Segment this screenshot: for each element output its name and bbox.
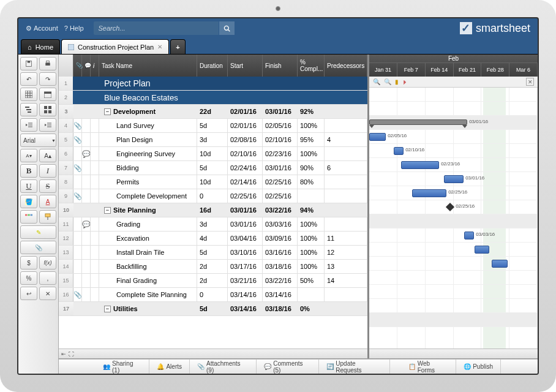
dur-cell[interactable]: 0 <box>197 288 228 301</box>
pred-cell[interactable] <box>325 147 367 160</box>
finish-cell[interactable]: 03/03/16 <box>263 217 298 231</box>
comments-button[interactable]: 💬Comments (5) <box>257 360 319 374</box>
row-number[interactable]: 7 <box>59 161 73 175</box>
row-info-cell[interactable] <box>91 175 99 189</box>
comp-cell[interactable]: 92% <box>298 105 325 118</box>
row-attachment-cell[interactable] <box>73 232 82 245</box>
row-info-cell[interactable] <box>91 119 99 132</box>
currency-button[interactable]: $ <box>20 256 37 270</box>
gantt-row[interactable] <box>369 243 538 257</box>
task-name-cell[interactable]: −Utilities <box>99 302 197 315</box>
pred-cell[interactable] <box>325 302 367 315</box>
table-row[interactable]: 9📎Complete Development002/25/1602/25/16 <box>59 189 367 203</box>
row-number[interactable]: 11 <box>59 217 73 231</box>
gantt-body[interactable]: 03/01/1602/05/1602/10/1602/23/1603/01/16… <box>369 88 538 349</box>
task-name-cell[interactable]: Permits <box>99 175 197 189</box>
row-attachment-cell[interactable] <box>73 175 82 189</box>
italic-button[interactable]: I <box>39 164 56 178</box>
dur-cell[interactable]: 5d <box>197 246 228 259</box>
col-task-name[interactable]: Task Name <box>99 55 197 77</box>
thousands-button[interactable]: , <box>39 271 56 285</box>
dur-cell[interactable] <box>197 77 228 90</box>
comp-cell[interactable]: 50% <box>298 274 325 287</box>
goto-today-icon[interactable]: ⏵ <box>402 78 408 85</box>
start-cell[interactable] <box>228 91 263 104</box>
start-cell[interactable]: 02/10/16 <box>228 147 263 160</box>
dur-cell[interactable]: 16d <box>197 203 228 217</box>
row-info-cell[interactable] <box>91 302 99 315</box>
row-info-cell[interactable] <box>91 203 99 217</box>
row-discussion-cell[interactable] <box>82 161 91 175</box>
row-number[interactable]: 10 <box>59 203 73 217</box>
gantt-row[interactable]: 03/03/16 <box>369 228 538 243</box>
row-info-cell[interactable] <box>91 105 99 118</box>
flag-icon[interactable]: ▮ <box>395 78 399 85</box>
gantt-bar[interactable] <box>369 133 386 141</box>
row-number[interactable]: 2 <box>59 91 73 104</box>
row-discussion-cell[interactable] <box>82 77 91 90</box>
row-number[interactable]: 6 <box>59 147 73 160</box>
dur-cell[interactable]: 10d <box>197 147 228 160</box>
zoom-in-icon[interactable]: 🔍 <box>373 78 380 85</box>
comp-cell[interactable]: 0% <box>298 302 325 315</box>
comp-cell[interactable] <box>298 189 325 203</box>
pred-cell[interactable] <box>325 203 367 217</box>
grid-scroll-bar[interactable]: ⇤ ⛶ <box>59 349 367 358</box>
gantt-week-label[interactable]: Feb 7 <box>397 63 426 77</box>
table-row[interactable]: 1Project Plan <box>59 77 367 91</box>
row-discussion-cell[interactable] <box>82 260 91 273</box>
row-attachment-cell[interactable]: 📎 <box>73 161 82 175</box>
format-painter-button[interactable] <box>39 210 56 224</box>
table-row[interactable]: 16📎Complete Site Planning003/14/1603/14/… <box>59 288 367 302</box>
dur-cell[interactable]: 22d <box>197 105 228 118</box>
task-name-cell[interactable]: Land Survey <box>99 119 197 132</box>
search-button[interactable] <box>219 21 235 35</box>
comp-cell[interactable]: 80% <box>298 175 325 189</box>
row-info-cell[interactable] <box>91 189 99 203</box>
row-discussion-cell[interactable]: 💬 <box>82 217 91 231</box>
comp-cell[interactable] <box>298 288 325 301</box>
col-info[interactable]: i <box>91 55 99 77</box>
row-info-cell[interactable] <box>91 161 99 175</box>
row-number[interactable]: 15 <box>59 274 73 287</box>
gantt-week-label[interactable]: Feb 14 <box>426 63 454 77</box>
start-cell[interactable]: 03/01/16 <box>228 203 263 217</box>
dur-cell[interactable]: 2d <box>197 274 228 287</box>
row-info-cell[interactable] <box>91 288 99 301</box>
start-cell[interactable]: 03/01/16 <box>228 217 263 231</box>
task-name-cell[interactable]: Plan Design <box>99 133 197 146</box>
dur-cell[interactable]: 5d <box>197 119 228 132</box>
alerts-button[interactable]: 🔔Alerts <box>149 360 190 374</box>
dur-cell[interactable]: 3d <box>197 133 228 146</box>
gantt-bar[interactable] <box>394 147 404 155</box>
zoom-out-icon[interactable]: 🔍 <box>384 78 391 85</box>
col-attachment[interactable]: 📎 <box>73 55 82 77</box>
row-number[interactable]: 8 <box>59 175 73 189</box>
table-row[interactable]: 3−Development22d02/01/1603/01/1692% <box>59 105 367 119</box>
highlight-button[interactable]: ✎ <box>20 225 56 239</box>
row-attachment-cell[interactable] <box>73 274 82 287</box>
row-discussion-cell[interactable] <box>82 91 91 104</box>
start-cell[interactable]: 03/10/16 <box>228 246 263 259</box>
table-row[interactable]: 8Permits10d02/14/1602/25/1680% <box>59 175 367 189</box>
dur-cell[interactable]: 5d <box>197 161 228 175</box>
start-cell[interactable]: 02/01/16 <box>228 119 263 132</box>
start-cell[interactable]: 03/21/16 <box>228 274 263 287</box>
redo-button[interactable]: ↷ <box>39 72 56 86</box>
gantt-scroll-bar[interactable] <box>369 349 538 358</box>
row-info-cell[interactable] <box>91 217 99 231</box>
finish-cell[interactable]: 03/22/16 <box>263 274 298 287</box>
gantt-close-button[interactable]: ✕ <box>526 78 534 86</box>
task-name-cell[interactable]: Complete Site Planning <box>99 288 197 301</box>
attachment-button[interactable]: 📎 <box>20 241 56 254</box>
gantt-row[interactable] <box>369 257 538 271</box>
gantt-bar[interactable] <box>475 246 489 254</box>
finish-cell[interactable]: 03/01/16 <box>263 161 298 175</box>
row-number[interactable]: 1 <box>59 77 73 90</box>
row-info-cell[interactable] <box>91 274 99 287</box>
col-start[interactable]: Start <box>228 55 263 77</box>
gantt-week-label[interactable]: Feb 28 <box>481 63 509 77</box>
pred-cell[interactable] <box>325 175 367 189</box>
row-discussion-cell[interactable] <box>82 175 91 189</box>
pred-cell[interactable]: 11 <box>325 232 367 245</box>
